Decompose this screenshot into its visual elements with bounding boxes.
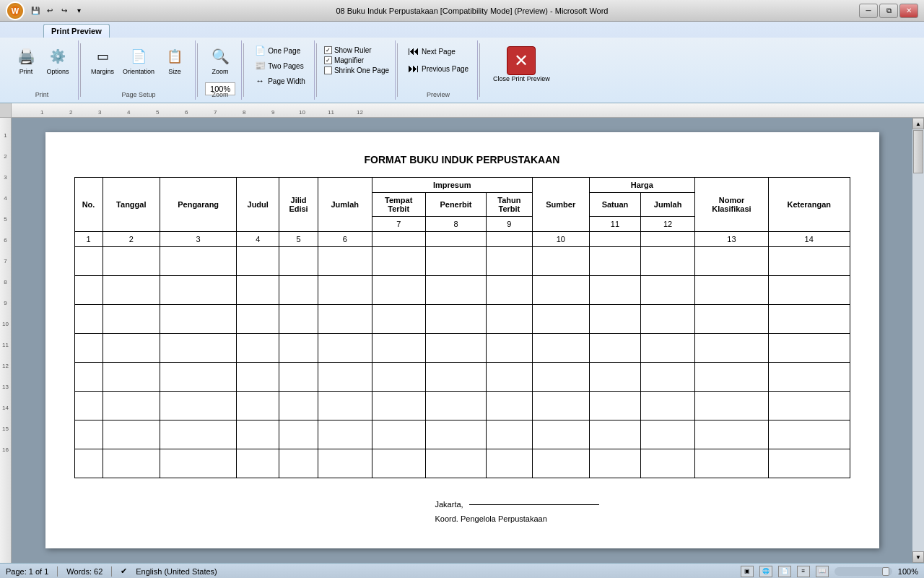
prev-page-button[interactable]: ⏭ Previous Page (405, 61, 471, 77)
orientation-button[interactable]: 📄 Orientation (120, 43, 157, 77)
scroll-thumb[interactable] (913, 130, 923, 173)
size-button[interactable]: 📋 Size (160, 43, 189, 77)
ruler-checkbox[interactable]: ✓ (324, 46, 332, 54)
magnifier-checkbox[interactable]: ✓ (324, 56, 332, 64)
col-jumlah: Jumlah (318, 178, 372, 232)
col-nomor: NomorKlasifikasi (694, 178, 768, 232)
zoom-button[interactable]: 🔍 Zoom (206, 43, 235, 77)
close-button[interactable]: ✕ (899, 4, 918, 18)
reading-view-button[interactable]: 📖 (816, 566, 829, 577)
num-8: 8 (425, 217, 486, 232)
redo-quick-btn[interactable]: ↪ (58, 4, 71, 17)
shrink-row: Shrink One Page (324, 66, 389, 74)
num-14: 14 (768, 232, 850, 247)
orientation-icon: 📄 (127, 45, 150, 68)
page-area[interactable]: FORMAT BUKU INDUK PERPUSTAKAAN No. Tangg… (12, 118, 912, 563)
ribbon-group-show: ✓ Show Ruler ✓ Magnifier Shrink One Page (318, 40, 396, 100)
col-harga-header: Harga (589, 178, 694, 193)
save-quick-btn[interactable]: 💾 (29, 4, 42, 17)
office-button[interactable]: W (6, 1, 25, 20)
tab-print-preview[interactable]: Print Preview (43, 24, 110, 38)
col-keterangan: Keterangan (768, 178, 850, 232)
document-page: FORMAT BUKU INDUK PERPUSTAKAAN No. Tangg… (45, 132, 879, 548)
num-2: 2 (103, 232, 160, 247)
ribbon-content: 🖨️ Print ⚙️ Options Print ▭ Margins 📄 (0, 38, 924, 103)
vertical-scrollbar[interactable]: ▲ ▼ (912, 118, 924, 563)
num-12: 12 (641, 217, 695, 232)
table-row (74, 334, 850, 363)
ribbon-group-zoom: 🔍 Zoom 100% Zoom (199, 40, 242, 100)
table-row (74, 449, 850, 478)
col-tanggal: Tanggal (103, 178, 160, 232)
title-bar: W 💾 ↩ ↪ ▾ 08 Buku Induk Perpustakaan [Co… (0, 0, 924, 22)
undo-quick-btn[interactable]: ↩ (43, 4, 56, 17)
scroll-track[interactable] (912, 129, 924, 551)
next-page-button[interactable]: ⏮ Next Page (405, 43, 471, 59)
group-zoom-label: Zoom (212, 91, 229, 98)
col-pengarang: Pengarang (160, 178, 237, 232)
status-divider-2 (111, 566, 112, 577)
two-pages-button[interactable]: 📰 Two Pages (251, 59, 308, 73)
next-page-label: Next Page (422, 48, 456, 56)
zoom-thumb[interactable] (882, 567, 889, 576)
signature-underline (469, 504, 599, 505)
zoom-slider[interactable] (834, 567, 892, 576)
col-sumber: Sumber (532, 178, 589, 232)
group-page-setup-label: Page Setup (121, 91, 155, 98)
table-row (74, 420, 850, 449)
scroll-up-button[interactable]: ▲ (912, 118, 924, 129)
num-11: 11 (589, 217, 641, 232)
magnifier-label: Magnifier (334, 56, 364, 64)
close-preview-label: Close Print Preview (493, 75, 550, 82)
num-9: 9 (487, 217, 533, 232)
signature-title: Koord. Pengelola Perpustakaan (435, 514, 850, 523)
options-label: Options (46, 68, 69, 75)
location-text: Jakarta, (435, 500, 463, 509)
options-icon: ⚙️ (46, 45, 69, 68)
web-view-button[interactable]: 🌐 (759, 566, 772, 577)
customize-quick-btn[interactable]: ▾ (72, 4, 85, 17)
status-bar: Page: 1 of 1 Words: 62 ✔ English (United… (0, 563, 924, 578)
col-penerbit: Penerbit (425, 193, 486, 217)
group-preview-label: Preview (427, 91, 450, 98)
print-button[interactable]: 🖨️ Print (12, 43, 40, 77)
show-magnifier-row: ✓ Magnifier (324, 56, 389, 64)
one-page-label: One Page (268, 47, 300, 55)
page-width-button[interactable]: ↔ Page Width (251, 74, 308, 88)
restore-button[interactable]: ⧉ (879, 4, 898, 18)
size-label: Size (168, 68, 181, 75)
table-row (74, 276, 850, 305)
ribbon-tab-bar: Print Preview (0, 22, 924, 38)
status-divider-1 (57, 566, 58, 577)
zoom-percent: 100% (898, 567, 918, 576)
status-right: ▣ 🌐 📄 ≡ 📖 100% (741, 566, 918, 577)
window-title: 08 Buku Induk Perpustakaan [Compatibilit… (85, 7, 859, 15)
prev-page-icon: ⏭ (408, 62, 419, 75)
num-4: 4 (237, 232, 279, 247)
options-button[interactable]: ⚙️ Options (43, 43, 72, 77)
zoom-icon: 🔍 (209, 45, 232, 68)
col-jilid: JilidEdisi (279, 178, 318, 232)
show-ruler-row: ✓ Show Ruler (324, 46, 389, 54)
scroll-down-button[interactable]: ▼ (912, 551, 924, 563)
col-tahun: TahunTerbit (487, 193, 533, 217)
close-print-preview-button[interactable]: ✕ Close Print Preview (487, 43, 556, 85)
normal-view-button[interactable]: ▣ (741, 566, 754, 577)
quick-access-toolbar: 💾 ↩ ↪ ▾ (29, 4, 85, 17)
margins-button[interactable]: ▭ Margins (88, 43, 117, 77)
num-5: 5 (279, 232, 318, 247)
shrink-checkbox[interactable] (324, 66, 332, 74)
ribbon-group-pages: 📄 One Page 📰 Two Pages ↔ Page Width (245, 40, 315, 100)
outline-view-button[interactable]: ≡ (797, 566, 810, 577)
language-status: English (United States) (136, 567, 217, 576)
col-impresum-header: Impresum (372, 178, 532, 193)
margins-icon: ▭ (91, 45, 114, 68)
col-judul: Judul (237, 178, 279, 232)
print-view-button[interactable]: 📄 (778, 566, 791, 577)
prev-page-label: Previous Page (422, 65, 468, 73)
ribbon-group-page-setup: ▭ Margins 📄 Orientation 📋 Size Page Setu… (82, 40, 196, 100)
table-row (74, 247, 850, 276)
one-page-button[interactable]: 📄 One Page (251, 43, 308, 58)
svg-text:W: W (12, 7, 19, 15)
minimize-button[interactable]: ─ (859, 4, 878, 18)
